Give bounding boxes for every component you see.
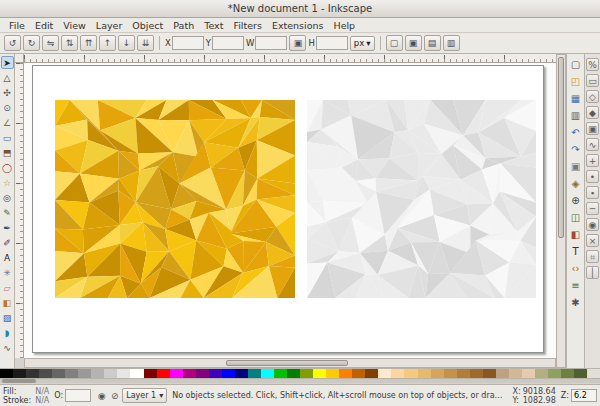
snap-enable-toggle[interactable]: % [586,58,599,71]
palette-swatch-13[interactable] [170,369,183,378]
palette-swatch-1[interactable] [13,369,26,378]
palette-swatch-19[interactable] [248,369,261,378]
lock-ratio-icon[interactable]: ▣ [289,35,306,51]
palette-swatch-14[interactable] [183,369,196,378]
palette-swatch-9[interactable] [117,369,130,378]
new-document-button[interactable]: ▢ [568,57,583,72]
palette-swatch-37[interactable] [483,369,496,378]
eraser-tool[interactable]: ▱ [1,281,14,294]
palette-scrollbar[interactable] [0,379,600,383]
y-input[interactable] [212,36,244,50]
bezier-pen-tool[interactable]: ✒ [1,221,14,234]
palette-swatch-43[interactable] [561,369,574,378]
palette-swatch-15[interactable] [196,369,209,378]
snap-smooth-nodes-toggle[interactable]: ∙ [586,186,599,199]
palette-swatch-4[interactable] [52,369,65,378]
vertical-scrollbar-thumb[interactable] [558,57,564,238]
affect-patterns-toggle[interactable]: ▥ [443,35,460,51]
zoom-input[interactable] [571,389,597,402]
palette-swatch-0[interactable] [0,369,13,378]
palette-swatch-32[interactable] [418,369,431,378]
palette-swatch-6[interactable] [78,369,91,378]
palette-swatch-40[interactable] [522,369,535,378]
raise-to-top-button[interactable]: ⇈ [80,35,97,51]
menu-layer[interactable]: Layer [91,19,128,32]
palette-swatch-18[interactable] [235,369,248,378]
snap-rotation-centers-toggle[interactable]: × [586,234,599,247]
open-document-button[interactable]: ◰ [568,74,583,89]
print-button[interactable]: ▥ [568,108,583,123]
layer-visibility-icon[interactable]: ◉ [96,391,107,401]
menu-object[interactable]: Object [127,19,168,32]
horizontal-scrollbar-thumb[interactable] [226,360,348,366]
snap-grid-toggle[interactable]: ⌗ [586,250,599,263]
canvas-viewport[interactable] [24,63,556,358]
palette-swatch-16[interactable] [209,369,222,378]
xml-editor-button[interactable]: ‹› [568,261,583,276]
menu-filters[interactable]: Filters [228,19,266,32]
palette-swatch-34[interactable] [444,369,457,378]
h-input[interactable] [316,36,348,50]
copy-button[interactable]: ▣ [568,159,583,174]
text-dialog-button[interactable]: T [568,244,583,259]
palette-swatch-44[interactable] [574,369,587,378]
layer-lock-icon[interactable]: ⊘ [109,391,120,401]
tweak-tool[interactable]: ✣ [1,86,14,99]
gradient-tool[interactable]: ▨ [1,311,14,324]
palette-swatch-17[interactable] [222,369,235,378]
preferences-button[interactable]: ✱ [568,295,583,310]
bucket-fill-tool[interactable]: ◧ [1,296,14,309]
fill-stroke-indicator[interactable]: Fill: N/A Stroke: N/A [3,387,49,405]
palette-swatch-33[interactable] [431,369,444,378]
horizontal-scrollbar[interactable] [24,358,556,368]
zoom-tool[interactable]: ⊙ [1,101,14,114]
snap-midpoints-toggle[interactable]: ─ [586,202,599,215]
palette-swatch-22[interactable] [287,369,300,378]
rectangle-tool[interactable]: ▭ [1,131,14,144]
palette-swatch-39[interactable] [509,369,522,378]
connector-tool[interactable]: ∿ [1,341,14,354]
lower-to-bottom-button[interactable]: ⇊ [137,35,154,51]
flip-vertical-button[interactable]: ⇅ [61,35,78,51]
palette-swatch-35[interactable] [457,369,470,378]
palette-swatch-31[interactable] [404,369,417,378]
snap-bbox-edges-toggle[interactable]: ◇ [586,90,599,103]
palette-swatch-12[interactable] [157,369,170,378]
spray-tool[interactable]: ✳ [1,266,14,279]
snap-bbox-toggle[interactable]: ▭ [586,74,599,87]
rotate-ccw-button[interactable]: ↺ [4,35,21,51]
palette-swatch-5[interactable] [65,369,78,378]
measure-tool[interactable]: ∠ [1,116,14,129]
palette-swatch-42[interactable] [548,369,561,378]
paste-button[interactable]: ◈ [568,176,583,191]
palette-swatch-26[interactable] [339,369,352,378]
snap-cusp-nodes-toggle[interactable]: • [586,170,599,183]
snap-path-intersections-toggle[interactable]: + [586,154,599,167]
palette-swatch-8[interactable] [104,369,117,378]
snap-bbox-corners-toggle[interactable]: ◆ [586,106,599,119]
snap-object-centers-toggle[interactable]: ◉ [586,218,599,231]
lower-button[interactable]: ↓ [118,35,135,51]
menu-view[interactable]: View [58,19,91,32]
ellipse-tool[interactable]: ◯ [1,161,14,174]
opacity-input[interactable] [65,389,91,402]
affect-gradients-toggle[interactable]: ▤ [424,35,441,51]
palette-swatch-3[interactable] [39,369,52,378]
vertical-ruler[interactable] [15,63,24,358]
horizontal-ruler[interactable] [24,54,556,63]
palette-swatch-29[interactable] [378,369,391,378]
unit-dropdown[interactable]: px ▾ [350,36,375,51]
palette-swatch-36[interactable] [470,369,483,378]
calligraphy-tool[interactable]: ✐ [1,236,14,249]
palette-swatch-28[interactable] [365,369,378,378]
palette-swatch-25[interactable] [326,369,339,378]
affect-corners-toggle[interactable]: ▣ [405,35,422,51]
redo-button[interactable]: ↷ [568,142,583,157]
palette-swatch-30[interactable] [391,369,404,378]
palette-swatch-21[interactable] [274,369,287,378]
node-tool[interactable]: △ [1,71,14,84]
w-input[interactable] [255,36,287,50]
fill-stroke-dialog-button[interactable]: ◧ [568,227,583,242]
palette-swatch-23[interactable] [300,369,313,378]
menu-text[interactable]: Text [199,19,228,32]
